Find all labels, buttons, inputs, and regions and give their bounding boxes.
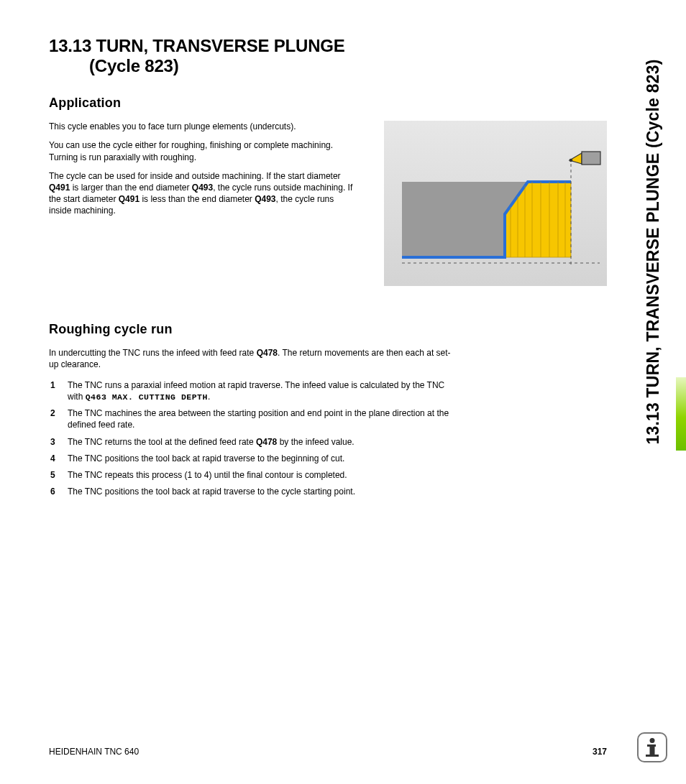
info-icon xyxy=(637,732,667,762)
step-4: The TNC positions the tool back at rapid… xyxy=(49,453,452,464)
svg-rect-13 xyxy=(582,152,600,165)
application-p3: The cycle can be used for inside and out… xyxy=(49,170,358,217)
step-1: The TNC runs a paraxial infeed motion at… xyxy=(49,379,452,403)
side-accent-bar xyxy=(676,377,686,451)
svg-marker-12 xyxy=(570,153,582,164)
step-2: The TNC machines the area between the st… xyxy=(49,407,452,430)
page-title: 13.13 TURN, TRANSVERSE PLUNGE (Cycle 823… xyxy=(49,36,607,75)
application-row: This cycle enables you to face turn plun… xyxy=(49,121,607,286)
roughing-heading: Roughing cycle run xyxy=(49,322,607,337)
application-p1: This cycle enables you to face turn plun… xyxy=(49,121,358,132)
side-title: 13.13 TURN, TRANSVERSE PLUNGE (Cycle 823… xyxy=(644,59,663,444)
title-line1: 13.13 TURN, TRANSVERSE PLUNGE xyxy=(49,36,607,56)
footer-product: HEIDENHAIN TNC 640 xyxy=(49,747,139,757)
application-p2: You can use the cycle either for roughin… xyxy=(49,139,358,162)
figure-column xyxy=(378,121,607,286)
page-number: 317 xyxy=(593,747,607,757)
application-text: This cycle enables you to face turn plun… xyxy=(49,121,358,286)
page: 13.13 TURN, TRANSVERSE PLUNGE (Cycle 823… xyxy=(0,0,686,784)
step-6: The TNC positions the tool back at rapid… xyxy=(49,486,452,497)
step-5: The TNC repeats this process (1 to 4) un… xyxy=(49,469,452,481)
application-heading: Application xyxy=(49,96,607,111)
title-line2: (Cycle 823) xyxy=(49,56,607,76)
roughing-section: In undercutting the TNC runs the infeed … xyxy=(49,347,452,497)
roughing-intro: In undercutting the TNC runs the infeed … xyxy=(49,347,452,370)
page-footer: HEIDENHAIN TNC 640 317 xyxy=(49,747,607,757)
cycle-diagram xyxy=(384,121,607,286)
roughing-steps: The TNC runs a paraxial infeed motion at… xyxy=(49,379,452,498)
svg-point-14 xyxy=(570,159,573,162)
step-3: The TNC returns the tool at the defined … xyxy=(49,436,452,448)
side-title-container: 13.13 TURN, TRANSVERSE PLUNGE (Cycle 823… xyxy=(639,29,667,474)
